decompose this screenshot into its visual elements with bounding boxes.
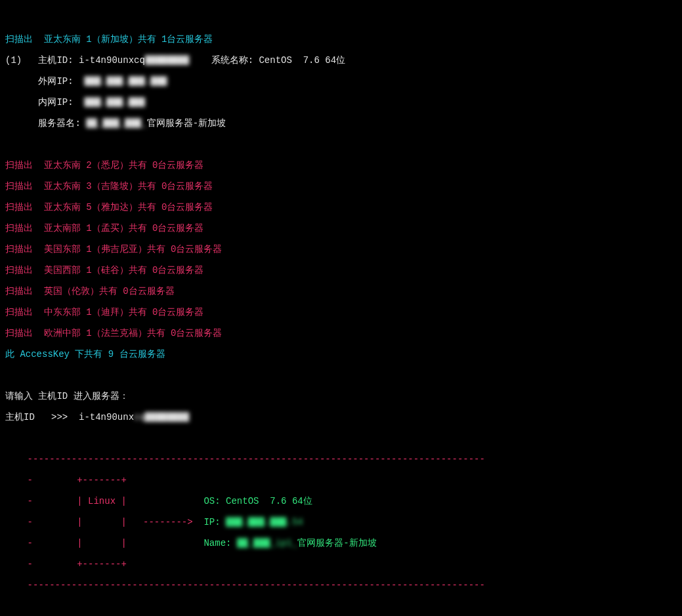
blank-row bbox=[5, 433, 11, 443]
total-line: 此 AccessKey 下共有 9 台云服务器 bbox=[5, 349, 165, 359]
box-line: - +-------+ bbox=[5, 559, 127, 569]
terminal-window[interactable]: 扫描出 亚太东南 1（新加坡）共有 1台云服务器 (1) 主机ID: i-t4n… bbox=[0, 21, 682, 616]
box-line: - +-------+ bbox=[5, 475, 127, 485]
box-line: ----------------------------------------… bbox=[5, 454, 485, 464]
wan-line: 外网IP: ███.███.███.███ bbox=[5, 76, 167, 87]
box-line: - | | --------> IP: ███.███.███.54 bbox=[5, 517, 303, 527]
host-line: (1) 主机ID: i-t4n90unxcq████████ 系统名称: Cen… bbox=[5, 55, 345, 66]
prompt-enter: 请输入 主机ID 进入服务器： bbox=[5, 391, 129, 401]
name-line: 服务器名: ██_███_███_官网服务器-新加坡 bbox=[5, 118, 226, 129]
scan-line: 扫描出 亚太东南 1（新加坡）共有 1台云服务器 bbox=[5, 34, 213, 45]
blank-row bbox=[5, 370, 11, 380]
scan-line: 扫描出 中东东部 1（迪拜）共有 0台云服务器 bbox=[5, 307, 203, 318]
scan-line: 扫描出 美国西部 1（硅谷）共有 0台云服务器 bbox=[5, 265, 203, 276]
scan-line: 扫描出 亚太东南 5（雅加达）共有 0台云服务器 bbox=[5, 202, 213, 213]
scan-line: 扫描出 美国东部 1（弗吉尼亚）共有 0台云服务器 bbox=[5, 244, 222, 255]
box-line: - | | Name: ██_███_ip1_官网服务器-新加坡 bbox=[5, 538, 377, 548]
blank-row bbox=[5, 139, 11, 150]
scan-line: 扫描出 亚太东南 3（吉隆坡）共有 0台云服务器 bbox=[5, 181, 213, 192]
blank-row bbox=[5, 601, 11, 611]
scan-line: 扫描出 欧洲中部 1（法兰克福）共有 0台云服务器 bbox=[5, 328, 222, 339]
box-line: - | Linux | OS: CentOS 7.6 64位 bbox=[5, 496, 312, 506]
host-id-input[interactable]: 主机ID >>> i-t4n90unxcq████████ bbox=[5, 412, 189, 422]
scan-line: 扫描出 亚太东南 2（悉尼）共有 0台云服务器 bbox=[5, 160, 203, 171]
box-line: ----------------------------------------… bbox=[5, 580, 485, 590]
lan-line: 内网IP: ███.███.███ bbox=[5, 97, 145, 108]
scan-line: 扫描出 亚太南部 1（孟买）共有 0台云服务器 bbox=[5, 223, 203, 234]
scan-line: 扫描出 英国（伦敦）共有 0台云服务器 bbox=[5, 286, 175, 297]
